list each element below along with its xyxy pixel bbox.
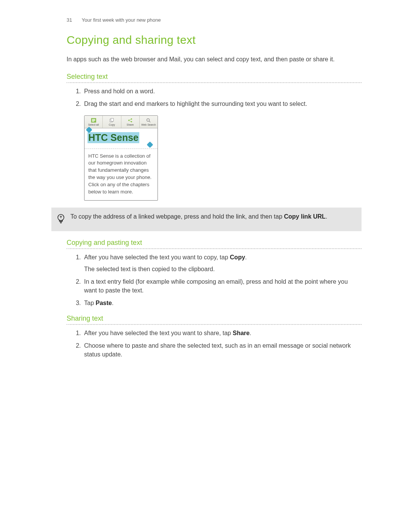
svg-point-11 <box>147 119 150 121</box>
mock-copy-button: Copy <box>103 116 121 128</box>
page-number: 31 <box>67 17 72 23</box>
tip-text-a: To copy the address of a linked webpage,… <box>70 213 284 220</box>
mock-toolbar: Select all Copy Share Web Search <box>84 116 158 128</box>
mock-web-search-button: Web Search <box>140 116 158 128</box>
tip-callout: To copy the address of a linked webpage,… <box>51 208 362 231</box>
step-copying-3-b: Paste <box>96 300 112 306</box>
copy-icon <box>109 118 115 123</box>
step-sharing-1: After you have selected the text you wan… <box>83 329 362 337</box>
section-heading-copying: Copying and pasting text <box>67 239 362 249</box>
steps-selecting: Press and hold on a word. Drag the start… <box>67 87 362 108</box>
svg-rect-5 <box>111 118 113 121</box>
steps-sharing: After you have selected the text you wan… <box>67 329 362 359</box>
page-title: Copying and sharing text <box>67 34 362 46</box>
step-copying-1: After you have selected the text you wan… <box>83 253 362 273</box>
selection-handle-end-icon <box>147 141 153 148</box>
svg-point-7 <box>131 118 132 120</box>
step-selecting-2: Drag the start and end markers to highli… <box>83 99 362 108</box>
step-copying-3: Tap Paste. <box>83 299 362 307</box>
mock-share-button: Share <box>121 116 140 128</box>
step-copying-1-c: . <box>245 254 247 260</box>
select-all-icon <box>91 118 96 123</box>
section-heading-selecting: Selecting text <box>67 73 362 83</box>
search-icon <box>146 118 151 123</box>
step-sharing-2: Choose where to paste and share the sele… <box>83 341 362 359</box>
svg-line-12 <box>149 121 150 122</box>
mock-select-all-label: Select all <box>88 123 99 126</box>
step-copying-3-c: . <box>112 300 113 306</box>
intro-text: In apps such as the web browser and Mail… <box>67 55 362 64</box>
step-sharing-1-a: After you have selected the text you wan… <box>84 330 233 336</box>
page-container: 31 Your first week with your new phone C… <box>0 0 411 532</box>
svg-rect-3 <box>92 121 94 122</box>
steps-copying: After you have selected the text you wan… <box>67 253 362 308</box>
tip-text-c: . <box>326 213 327 220</box>
step-copying-1-a: After you have selected the text you wan… <box>84 254 230 260</box>
svg-line-10 <box>129 121 131 121</box>
step-sharing-1-c: . <box>250 330 251 336</box>
mock-body-text: HTC Sense is a collection of our homegro… <box>84 149 158 200</box>
lightbulb-icon <box>57 212 65 226</box>
section-heading-sharing: Sharing text <box>67 315 362 325</box>
step-copying-3-a: Tap <box>84 300 96 306</box>
mock-share-label: Share <box>127 123 134 126</box>
breadcrumb: Your first week with your new phone <box>82 17 161 23</box>
svg-line-9 <box>129 119 131 120</box>
mock-select-all-button: Select all <box>84 116 103 128</box>
svg-rect-1 <box>92 119 95 120</box>
svg-point-8 <box>131 121 132 122</box>
step-sharing-1-b: Share <box>233 330 249 336</box>
page-header: 31 Your first week with your new phone <box>67 17 362 23</box>
mock-selection-area: HTC Sense <box>84 128 158 149</box>
svg-rect-2 <box>92 120 95 121</box>
step-copying-1-sub: The selected text is then copied to the … <box>84 265 362 273</box>
step-copying-1-b: Copy <box>230 254 245 260</box>
tip-text-bold: Copy link URL <box>284 213 325 220</box>
mock-web-search-label: Web Search <box>141 123 156 126</box>
step-copying-2: In a text entry field (for example while… <box>83 277 362 295</box>
mock-copy-label: Copy <box>109 123 115 126</box>
text-selection-screenshot: Select all Copy Share Web Search <box>84 115 158 201</box>
tip-text: To copy the address of a linked webpage,… <box>70 212 327 226</box>
step-selecting-1: Press and hold on a word. <box>83 87 362 96</box>
highlighted-text: HTC Sense <box>88 132 139 143</box>
share-icon <box>127 118 133 123</box>
